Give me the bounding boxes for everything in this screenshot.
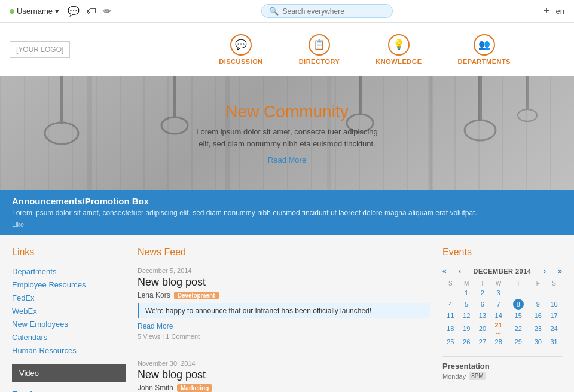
news-tag[interactable]: Marketing [177,384,212,392]
departments-label: DEPARTMENTS [458,58,511,65]
cal-prev-prev[interactable]: « [442,267,447,275]
link-anchor[interactable]: Employee Resources [12,280,86,289]
cal-day-cell[interactable]: 10 [546,298,562,311]
cal-day-cell[interactable]: 20 [475,320,491,337]
cal-day-cell[interactable]: 6 [475,298,491,311]
cal-day-cell[interactable]: 27 [475,337,491,347]
username-label: Username [17,7,53,16]
cal-day-cell[interactable]: 25 [442,337,459,347]
logo-nav: [YOUR LOGO] 💬 DISCUSSION 📋 DIRECTORY 💡 K… [0,23,574,76]
svg-point-1 [45,122,78,144]
cal-day-cell[interactable]: 29 [506,337,530,347]
like-button[interactable]: Like [12,221,24,228]
link-anchor[interactable]: Departments [12,267,56,276]
tab-departments[interactable]: 👥 DEPARTMENTS [440,28,529,71]
cal-day-cell[interactable]: 5 [459,298,475,311]
cal-day-cell[interactable]: 3 [490,288,506,298]
discussion-icon: 💬 [230,34,252,56]
calendar-header: « ‹ DECEMBER 2014 › » [442,267,562,275]
event-detail: Monday 8PM [442,372,562,380]
cal-day-cell[interactable]: 30 [530,337,546,347]
cal-day-cell[interactable]: 11 [442,311,459,320]
search-bar[interactable]: 🔍 [261,4,393,18]
cal-prev[interactable]: ‹ [459,267,461,275]
cal-day-cell[interactable]: 13 [475,311,491,320]
cal-day-cell[interactable]: 14 [490,311,506,320]
cal-day-cell[interactable]: 9 [530,298,546,311]
employees-title: Employees [12,390,126,392]
news-author: John Smith Marketing [138,384,430,392]
cal-day-header: T [506,279,530,288]
cal-day-cell[interactable]: 8 [506,298,530,311]
cal-day-cell[interactable]: 1 [459,288,475,298]
hero-read-more[interactable]: Read More [268,155,306,164]
link-anchor[interactable]: New Employees [12,320,68,329]
links-section-title: Links [12,247,126,261]
tab-discussion[interactable]: 💬 DISCUSSION [201,28,280,71]
cal-day-cell[interactable]: 26 [459,337,475,347]
directory-label: DIRECTORY [299,58,340,65]
events-panel: Events « ‹ DECEMBER 2014 › » SMTWTFS1234… [442,247,562,392]
bookmark-icon[interactable]: 🏷 [87,6,96,17]
cal-day-cell[interactable]: 23 [530,320,546,337]
video-section[interactable]: Video [12,364,126,382]
cal-day-cell [546,288,562,298]
cal-day-cell [530,288,546,298]
search-input[interactable] [282,7,385,16]
cal-day-header: M [459,279,475,288]
link-item: Employee Resources [12,280,126,289]
cal-day-cell[interactable]: 2 [475,288,491,298]
svg-rect-2 [173,76,176,118]
cal-day-cell[interactable]: 12 [459,311,475,320]
news-read-more[interactable]: Read More [138,322,430,330]
cal-day-header: S [546,279,562,288]
link-anchor[interactable]: Calendars [12,333,47,342]
cal-day-cell[interactable]: 28 [490,337,506,347]
upcoming-event: Presentation Monday 8PM [442,356,562,380]
top-nav-right: + en [544,5,564,17]
cal-next-next[interactable]: » [558,267,562,275]
link-anchor[interactable]: Human Resources [12,346,77,355]
tab-knowledge[interactable]: 💡 KNOWLEDGE [358,28,439,71]
news-item: December 5, 2014 New blog post Lena Kors… [138,267,430,350]
cal-day-cell[interactable]: 18 [442,320,459,337]
cal-day-cell[interactable]: 15 [506,311,530,320]
tab-directory[interactable]: 📋 DIRECTORY [281,28,358,71]
announcement-text: Lorem ipsum dolor sit amet, consectetuer… [12,209,562,217]
main-content: Links DepartmentsEmployee ResourcesFedEx… [0,235,574,392]
news-tag[interactable]: Development [174,292,219,299]
plus-button[interactable]: + [544,5,550,17]
nav-icons: 💬 🏷 ✏ [68,5,111,17]
announcement-bar: Announcements/Promotion Box Lorem ipsum … [0,190,574,235]
announcement-title: Announcements/Promotion Box [12,196,562,206]
cal-day-cell [442,288,459,298]
hero-text: Lorem ipsum dolor sit amet, consecte tue… [191,126,383,149]
link-item: New Employees [12,320,126,329]
cal-day-cell[interactable]: 21••• [490,320,506,337]
svg-point-3 [161,117,188,134]
link-item: FedEx [12,293,126,302]
link-item: Calendars [12,333,126,342]
link-anchor[interactable]: WebEx [12,307,37,316]
cal-day-cell[interactable]: 7 [490,298,506,311]
cal-day-cell[interactable]: 22 [506,320,530,337]
cal-next[interactable]: › [544,267,546,275]
cal-day-cell[interactable]: 17 [546,311,562,320]
top-nav-left: Username ▾ 💬 🏷 ✏ [10,5,111,17]
cal-day-cell[interactable]: 4 [442,298,459,311]
cal-day-cell[interactable]: 19 [459,320,475,337]
cal-day-cell[interactable]: 24 [546,320,562,337]
chat-icon[interactable]: 💬 [68,5,80,17]
knowledge-icon: 💡 [388,34,410,56]
news-date: December 5, 2014 [138,267,430,274]
edit-icon[interactable]: ✏ [103,5,111,17]
cal-day-header: S [442,279,459,288]
cal-day-cell[interactable]: 16 [530,311,546,320]
username-area[interactable]: Username ▾ [10,7,59,16]
employees-section: Employees [12,390,126,392]
cal-day-cell[interactable]: 31 [546,337,562,347]
link-anchor[interactable]: FedEx [12,293,35,302]
left-sidebar: Links DepartmentsEmployee ResourcesFedEx… [12,247,126,392]
search-icon: 🔍 [269,7,279,16]
news-title: New blog post [138,276,430,289]
